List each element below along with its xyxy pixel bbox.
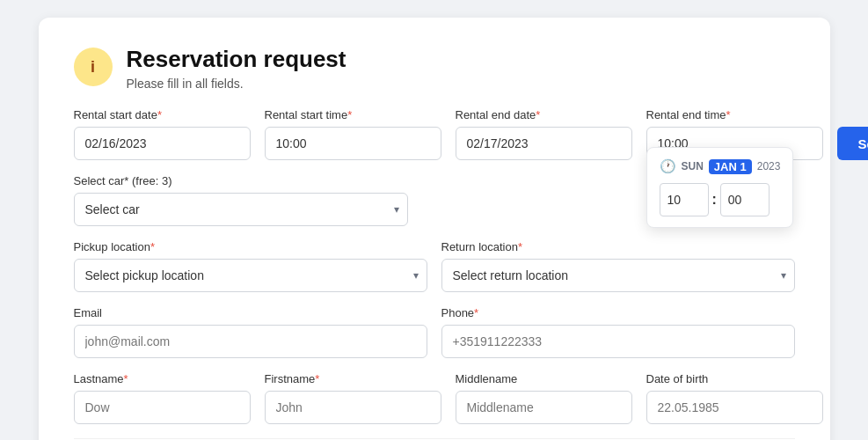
divider xyxy=(74,438,795,439)
rental-start-date-input[interactable] xyxy=(74,127,251,160)
minute-select[interactable]: 00 15 30 45 xyxy=(720,183,770,216)
firstname-group: Firstname* xyxy=(265,372,441,424)
time-picker-date-row: 🕐 SUN JAN 1 2023 xyxy=(660,158,781,174)
time-selects: 10 11 12 : 00 15 30 45 xyxy=(660,183,770,216)
select-car-group: Select car* (free: 3) Select car ▾ xyxy=(74,174,408,226)
hour-select[interactable]: 10 11 12 xyxy=(660,183,709,216)
dob-input[interactable] xyxy=(646,391,823,424)
search-button-wrapper: Search xyxy=(837,127,869,160)
pickup-location-group: Pickup location* Select pickup location … xyxy=(74,240,427,292)
dates-row: Rental start date* Rental start time* Re… xyxy=(74,108,795,160)
search-button[interactable]: Search xyxy=(837,127,869,160)
return-location-wrapper: Select return location ▾ xyxy=(441,259,795,292)
middlename-label: Middlename xyxy=(456,372,632,385)
header-text: Reservation request Please fill in all f… xyxy=(127,46,346,91)
pickup-location-label: Pickup location* xyxy=(74,240,427,253)
rental-start-date-group: Rental start date* xyxy=(74,108,251,160)
phone-group: Phone* xyxy=(441,306,795,358)
location-row: Pickup location* Select pickup location … xyxy=(74,240,795,292)
rental-start-time-group: Rental start time* xyxy=(265,108,441,160)
time-picker-month-day: JAN 1 xyxy=(709,159,752,174)
rental-end-date-label: Rental end date* xyxy=(456,108,632,121)
email-input[interactable] xyxy=(74,325,427,358)
phone-label: Phone* xyxy=(441,306,795,319)
firstname-label: Firstname* xyxy=(265,372,441,385)
time-colon: : xyxy=(712,192,717,208)
rental-end-date-input[interactable] xyxy=(456,127,632,160)
return-location-group: Return location* Select return location … xyxy=(441,240,795,292)
rental-end-time-group: Rental end time* 🕐 SUN JAN 1 2023 10 11 xyxy=(646,108,823,160)
email-group: Email xyxy=(74,306,427,358)
return-location-label: Return location* xyxy=(441,240,795,253)
rental-end-date-group: Rental end date* xyxy=(456,108,632,160)
select-car-label: Select car* (free: 3) xyxy=(74,174,408,187)
select-car-select[interactable]: Select car xyxy=(74,193,408,226)
clock-icon: 🕐 xyxy=(660,158,676,174)
select-car-wrapper: Select car ▾ xyxy=(74,193,408,226)
lastname-group: Lastname* xyxy=(74,372,251,424)
page-title: Reservation request xyxy=(127,46,346,73)
rental-start-date-label: Rental start date* xyxy=(74,108,251,121)
return-location-select[interactable]: Select return location xyxy=(441,259,795,292)
time-picker-year: 2023 xyxy=(757,160,781,172)
middlename-input[interactable] xyxy=(456,391,632,424)
time-picker-day: SUN xyxy=(682,160,704,172)
middlename-group: Middlename xyxy=(456,372,632,424)
header: i Reservation request Please fill in all… xyxy=(74,46,795,91)
rental-start-time-label: Rental start time* xyxy=(265,108,441,121)
contact-row: Email Phone* xyxy=(74,306,795,358)
firstname-input[interactable] xyxy=(265,391,441,424)
phone-input[interactable] xyxy=(441,325,795,358)
email-label: Email xyxy=(74,306,427,319)
info-icon: i xyxy=(74,48,113,86)
dob-label: Date of birth xyxy=(646,372,823,385)
pickup-location-wrapper: Select pickup location ▾ xyxy=(74,259,427,292)
rental-start-time-input[interactable] xyxy=(265,127,441,160)
time-picker-popup: 🕐 SUN JAN 1 2023 10 11 12 : 00 xyxy=(646,147,794,228)
name-row: Lastname* Firstname* Middlename Date of … xyxy=(74,372,795,424)
rental-end-time-label: Rental end time* xyxy=(646,108,823,121)
lastname-label: Lastname* xyxy=(74,372,251,385)
page-subtitle: Please fill in all fields. xyxy=(127,77,346,91)
reservation-card: i Reservation request Please fill in all… xyxy=(39,18,830,440)
dob-group: Date of birth xyxy=(646,372,823,424)
lastname-input[interactable] xyxy=(74,391,251,424)
pickup-location-select[interactable]: Select pickup location xyxy=(74,259,427,292)
